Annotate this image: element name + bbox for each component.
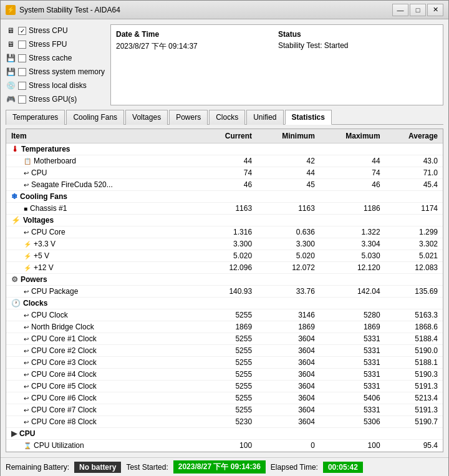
row-item: ⚡+5 V [6, 250, 203, 262]
stress-label-gpu: Stress GPU(s) [29, 95, 77, 104]
row-minimum: 12.072 [257, 262, 320, 274]
tab-statistics[interactable]: Statistics [285, 110, 332, 125]
table-row: ↩Seagate FireCuda 520...46454645.4 [6, 179, 443, 191]
row-maximum: 12.120 [320, 262, 385, 274]
row-current: 5255 [203, 404, 257, 416]
row-item: ↩North Bridge Clock [6, 321, 203, 333]
table-row: ⚡+5 V5.0205.0205.0305.021 [6, 250, 443, 262]
row-minimum: 3.300 [257, 238, 320, 250]
row-current: 100 [203, 440, 257, 452]
stress-label-cache: Stress cache [29, 54, 72, 62]
row-maximum: 5331 [320, 381, 385, 392]
row-current: 1869 [203, 321, 257, 333]
row-item: ⚡+3.3 V [6, 238, 203, 250]
row-item: ↩CPU Package [6, 286, 203, 298]
row-maximum: 5306 [320, 416, 385, 428]
battery-label: Remaining Battery: [6, 463, 69, 472]
stress-item-cpu: 🖥Stress CPU [6, 24, 105, 37]
minimize-button[interactable]: — [392, 4, 408, 16]
content-area: 🖥Stress CPU🖥Stress FPU💾Stress cache💾Stre… [1, 19, 448, 457]
table-row: ↩CPU Clock5255314652805163.3 [6, 309, 443, 321]
row-item: ↩CPU Core #1 Clock [6, 333, 203, 345]
row-current: 5255 [203, 333, 257, 345]
row-maximum: 1.322 [320, 226, 385, 238]
header-maximum: Maximum [320, 129, 385, 143]
stress-checkbox-gpu[interactable] [18, 95, 26, 104]
stress-icon-disk: 💿 [6, 80, 16, 90]
row-current: 1.316 [203, 226, 257, 238]
row-item: ⌛CPU Utilization [6, 440, 203, 452]
table-row: ↩CPU Core1.3160.6361.3221.299 [6, 226, 443, 238]
status-label: Status [278, 30, 438, 39]
top-section: 🖥Stress CPU🖥Stress FPU💾Stress cache💾Stre… [6, 24, 443, 105]
row-minimum: 44 [257, 167, 320, 179]
data-table: ItemCurrentMinimumMaximumAverage 🌡Temper… [6, 129, 443, 452]
table-row: ↩CPU Core #8 Clock5230360453065190.7 [6, 416, 443, 428]
test-started-value: 2023/8/27 下午 09:14:36 [173, 460, 266, 474]
row-current: 12.096 [203, 262, 257, 274]
row-item: ↩CPU Core #3 Clock [6, 357, 203, 369]
row-average: 5.021 [385, 250, 443, 262]
stress-icon-cache: 💾 [6, 53, 16, 63]
row-average: 5190.3 [385, 369, 443, 381]
row-item: 📋Motherboard [6, 155, 203, 167]
info-panel: Date & Time Status 2023/8/27 下午 09:14:37… [110, 24, 443, 105]
table-header: ItemCurrentMinimumMaximumAverage [6, 129, 443, 143]
row-average: 5213.4 [385, 392, 443, 404]
stress-checkbox-fpu[interactable] [18, 41, 26, 49]
table-row: ↩CPU Core #4 Clock5255360453315190.3 [6, 369, 443, 381]
tab-clocks[interactable]: Clocks [209, 110, 245, 125]
stress-item-memory: 💾Stress system memory [6, 66, 105, 78]
window-title: System Stability Test - AIDA64 [19, 6, 392, 14]
stress-checkbox-cpu[interactable] [18, 27, 26, 35]
table-row: ↩CPU Core #7 Clock5255360453315191.3 [6, 404, 443, 416]
battery-value: No battery [74, 462, 121, 473]
row-maximum: 1186 [320, 203, 385, 215]
row-average: 5190.0 [385, 345, 443, 357]
tab-voltages[interactable]: Voltages [125, 110, 168, 125]
stress-item-cache: 💾Stress cache [6, 52, 105, 64]
row-minimum: 33.76 [257, 286, 320, 298]
row-current: 5255 [203, 392, 257, 404]
stress-icon-gpu: 🎮 [6, 94, 16, 104]
row-maximum: 5331 [320, 369, 385, 381]
stress-checkbox-memory[interactable] [18, 68, 26, 76]
row-current: 140.93 [203, 286, 257, 298]
row-current: 1163 [203, 203, 257, 215]
status-bar: Remaining Battery: No battery Test Start… [1, 457, 448, 476]
row-maximum: 3.304 [320, 238, 385, 250]
row-average: 71.0 [385, 167, 443, 179]
row-average: 45.4 [385, 179, 443, 191]
row-average: 95.4 [385, 440, 443, 452]
row-minimum: 3146 [257, 309, 320, 321]
stress-icon-memory: 💾 [6, 67, 16, 77]
stress-panel: 🖥Stress CPU🖥Stress FPU💾Stress cache💾Stre… [6, 24, 105, 105]
row-item: ↩CPU [6, 167, 203, 179]
row-maximum: 46 [320, 179, 385, 191]
row-average: 5188.4 [385, 333, 443, 345]
tabs-bar: TemperaturesCooling FansVoltagesPowersCl… [6, 109, 443, 125]
stress-checkbox-disk[interactable] [18, 82, 26, 90]
row-current: 3.300 [203, 238, 257, 250]
tab-powers[interactable]: Powers [169, 110, 208, 125]
stress-label-disk: Stress local disks [29, 81, 87, 90]
tab-temperatures[interactable]: Temperatures [6, 110, 65, 125]
row-current: 5255 [203, 381, 257, 392]
table-row: ↩CPU Core #5 Clock5255360453315191.3 [6, 381, 443, 392]
stress-item-fpu: 🖥Stress FPU [6, 38, 105, 51]
tab-unified[interactable]: Unified [246, 110, 283, 125]
table-row: ↩CPU Package140.9333.76142.04135.69 [6, 286, 443, 298]
stress-checkbox-cache[interactable] [18, 54, 26, 62]
row-current: 5255 [203, 345, 257, 357]
row-item: ↩CPU Core #7 Clock [6, 404, 203, 416]
data-table-container[interactable]: ItemCurrentMinimumMaximumAverage 🌡Temper… [6, 129, 443, 452]
row-minimum: 3604 [257, 392, 320, 404]
row-item: ↩CPU Core #8 Clock [6, 416, 203, 428]
stress-label-cpu: Stress CPU [29, 26, 68, 35]
row-maximum: 5406 [320, 392, 385, 404]
tab-cooling[interactable]: Cooling Fans [66, 110, 124, 125]
row-current: 5255 [203, 369, 257, 381]
maximize-button[interactable]: □ [410, 4, 426, 16]
close-button[interactable]: ✕ [427, 4, 443, 16]
row-minimum: 1869 [257, 321, 320, 333]
